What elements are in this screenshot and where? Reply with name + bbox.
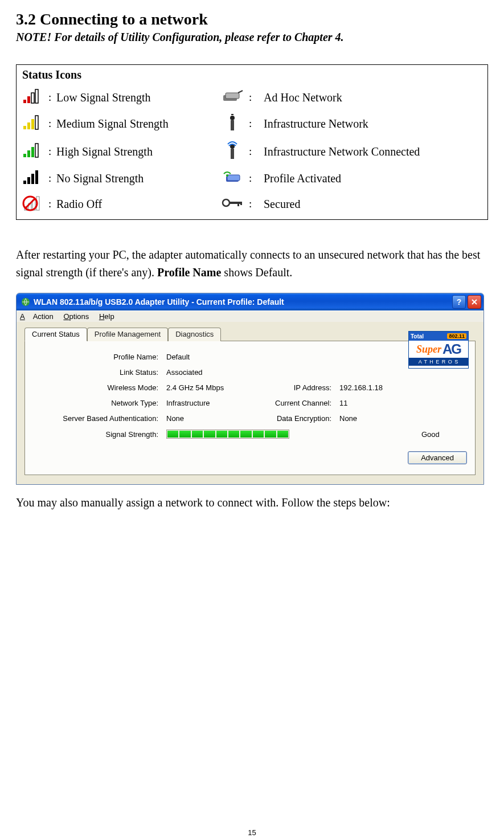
svg-point-24 (226, 174, 228, 177)
svg-rect-19 (27, 177, 30, 184)
no-signal-icon (22, 169, 42, 187)
svg-point-31 (223, 199, 230, 206)
infrastructure-icon (225, 113, 240, 134)
svg-point-11 (230, 116, 235, 120)
app-icon (21, 297, 30, 306)
menu-options[interactable]: Options (63, 312, 89, 321)
signal-strength-label: Signal Strength: (33, 430, 166, 439)
encryption-label: Data Encryption: (263, 414, 339, 423)
status-row: : High Signal Strength : Infrastructure … (22, 141, 482, 162)
infrastructure-connected-label: Infrastructure Network Connected (257, 145, 482, 158)
low-signal-icon (22, 88, 42, 107)
svg-rect-23 (227, 175, 240, 181)
svg-rect-9 (35, 116, 38, 129)
profile-name-value: Default (166, 353, 263, 361)
wireless-mode-label: Wireless Mode: (33, 383, 166, 392)
current-channel-label: Current Channel: (263, 399, 339, 407)
close-button[interactable] (468, 295, 481, 309)
menu-action[interactable]: AActionAction (20, 312, 54, 321)
secured-icon (222, 198, 243, 210)
intro-paragraph: After restarting your PC, the adapter au… (16, 246, 488, 281)
infrastructure-connected-icon (224, 141, 240, 162)
no-signal-label: No Signal Strength (56, 172, 216, 185)
svg-rect-21 (35, 170, 38, 184)
svg-rect-14 (31, 147, 34, 157)
network-type-value: Infrastructure (166, 399, 263, 407)
link-status-value: Associated (166, 368, 263, 377)
advanced-button[interactable]: Advanced (408, 451, 467, 464)
svg-rect-16 (231, 149, 234, 159)
svg-rect-3 (35, 89, 38, 103)
auth-value: None (166, 414, 263, 423)
link-status-label: Link Status: (33, 368, 166, 377)
page-number: 15 (0, 828, 504, 837)
svg-rect-13 (27, 150, 30, 157)
menu-help[interactable]: Help (99, 312, 114, 321)
tab-current-status[interactable]: Current Status (24, 328, 87, 341)
note-text: NOTE! For details of Utility Configurati… (16, 31, 488, 44)
svg-rect-33 (237, 202, 239, 206)
secured-label: Secured (257, 198, 482, 211)
svg-rect-6 (23, 126, 26, 129)
utility-window: WLAN 802.11a/b/g USB2.0 Adapter Utility … (16, 293, 484, 485)
titlebar[interactable]: WLAN 802.11a/b/g USB2.0 Adapter Utility … (17, 293, 483, 310)
ip-address-value: 192.168.1.18 (339, 383, 467, 392)
profile-activated-icon (223, 170, 242, 186)
svg-rect-34 (240, 202, 242, 205)
low-signal-label: Low Signal Strength (56, 91, 216, 104)
svg-rect-0 (23, 100, 26, 103)
svg-rect-8 (31, 119, 34, 129)
status-row: : Radio Off : Secured (22, 194, 482, 214)
wireless-mode-value: 2.4 GHz 54 Mbps (166, 383, 263, 392)
signal-strength-value: Good (421, 430, 467, 439)
profile-activated-label: Profile Activated (257, 172, 482, 185)
status-row: : Low Signal Strength : Ad Hoc Network (22, 88, 482, 107)
menubar: AActionAction Options Help (17, 310, 483, 322)
high-signal-icon (22, 142, 42, 161)
svg-rect-10 (231, 120, 234, 130)
medium-signal-icon (22, 115, 42, 133)
ip-address-label: IP Address: (263, 383, 339, 392)
encryption-value: None (339, 414, 467, 423)
adhoc-icon (221, 89, 244, 105)
svg-rect-20 (31, 174, 34, 184)
adhoc-label: Ad Hoc Network (257, 91, 482, 104)
help-button[interactable]: ? (452, 295, 466, 309)
atheros-logo: Total802.11 SuperAG A T H E R O S (408, 331, 469, 369)
tab-profile-management[interactable]: Profile Management (87, 328, 168, 341)
svg-rect-1 (27, 96, 30, 103)
post-paragraph: You may also manually assign a network t… (16, 496, 488, 509)
svg-rect-2 (31, 93, 34, 103)
section-heading: 3.2 Connecting to a network (16, 10, 488, 28)
tab-diagnostics[interactable]: Diagnostics (168, 328, 221, 341)
profile-name-label: Profile Name: (33, 353, 166, 361)
svg-rect-7 (27, 122, 30, 129)
network-type-label: Network Type: (33, 399, 166, 407)
status-row: : Medium Signal Strength : Infrastructur… (22, 113, 482, 134)
status-icons-title: Status Icons (22, 68, 482, 81)
infrastructure-label: Infrastructure Network (257, 117, 482, 130)
auth-label: Server Based Authentication: (33, 414, 166, 423)
medium-signal-label: Medium Signal Strength (56, 117, 216, 130)
current-channel-value: 11 (339, 399, 467, 407)
signal-strength-meter (166, 430, 289, 439)
svg-rect-15 (35, 144, 38, 157)
high-signal-label: High Signal Strength (56, 145, 216, 158)
window-title: WLAN 802.11a/b/g USB2.0 Adapter Utility … (34, 297, 284, 306)
radio-off-icon (22, 194, 43, 214)
svg-line-30 (26, 199, 35, 208)
status-row: : No Signal Strength : Profile Activated (22, 169, 482, 187)
svg-rect-12 (23, 154, 26, 157)
radio-off-label: Radio Off (56, 198, 216, 211)
svg-rect-5 (226, 93, 239, 99)
svg-rect-18 (23, 181, 26, 184)
svg-rect-32 (229, 202, 241, 204)
status-icons-box: Status Icons : Low Signal Strength : Ad … (16, 64, 488, 220)
